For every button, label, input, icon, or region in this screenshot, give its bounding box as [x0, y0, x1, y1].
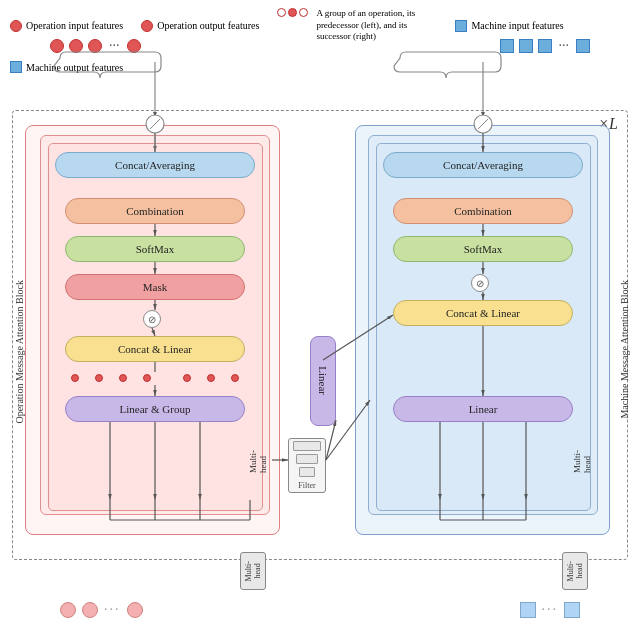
- right-block-label: Machine Message Attention Block: [619, 280, 630, 419]
- left-concat-averaging: Concat/Averaging: [55, 152, 255, 178]
- dot-blue-4: [576, 39, 590, 53]
- machine-output-icon: [10, 61, 22, 73]
- bot-dot-red-1: [60, 602, 76, 618]
- bottom-red-dots: ···: [60, 602, 143, 618]
- bottom-blue-squares: ···: [520, 602, 581, 618]
- filter-line-1: [293, 441, 321, 451]
- legend-machine-output: Machine output features: [10, 61, 123, 73]
- dot-blue-2: [519, 39, 533, 53]
- right-circle-slash: ⊘: [471, 274, 489, 292]
- filter-label: Filter: [298, 481, 315, 490]
- linear-vertical-box: Linear: [310, 336, 336, 426]
- diagram-container: Operation input features Operation outpu…: [0, 0, 640, 632]
- legend-op-input: Operation input features: [10, 20, 123, 32]
- right-concat-averaging: Concat/Averaging: [383, 152, 583, 178]
- bot-dot-red-3: [127, 602, 143, 618]
- bot-ellipsis-left: ···: [104, 602, 121, 618]
- left-linear-group: Linear & Group: [65, 396, 245, 422]
- op-input-icon: [10, 20, 22, 32]
- left-concat-linear: Concat & Linear: [65, 336, 245, 362]
- left-small-dots: [65, 374, 245, 382]
- right-multihead-label: Multi-head: [572, 450, 592, 473]
- dot-red-4: [127, 39, 141, 53]
- legend-op-output: Operation output features: [141, 20, 259, 32]
- top-features-row: ··· ···: [0, 38, 640, 54]
- left-combination: Combination: [65, 198, 245, 224]
- ellipsis-right: ···: [559, 38, 570, 54]
- sdot7: [231, 374, 239, 382]
- bot-dot-red-2: [82, 602, 98, 618]
- left-multihead-box: Multi-head: [240, 552, 266, 590]
- sdot3: [119, 374, 127, 382]
- legend-machine-input: Machine input features: [455, 20, 563, 32]
- left-softmax: SoftMax: [65, 236, 245, 262]
- sdot6: [207, 374, 215, 382]
- machine-input-label: Machine input features: [471, 20, 563, 31]
- dot-blue-1: [500, 39, 514, 53]
- left-multihead-label: Multi-head: [248, 450, 268, 473]
- right-multihead-box: Multi-head: [562, 552, 588, 590]
- left-block-label: Operation Message Attention Block: [14, 280, 25, 424]
- dot-red-2: [69, 39, 83, 53]
- dot-red-3: [88, 39, 102, 53]
- bot-ellipsis-right: ···: [542, 602, 559, 618]
- op-output-label: Operation output features: [157, 20, 259, 31]
- right-softmax: SoftMax: [393, 236, 573, 262]
- filter-line-2: [296, 454, 318, 464]
- left-multihead-text: Multi-head: [244, 561, 262, 581]
- filter-box: Filter: [288, 438, 326, 493]
- top-blue-squares: ···: [500, 38, 591, 54]
- filter-line-3: [299, 467, 315, 477]
- group-icon: [277, 8, 308, 17]
- bot-sq-2: [564, 602, 580, 618]
- op-input-label: Operation input features: [26, 20, 123, 31]
- dot-blue-3: [538, 39, 552, 53]
- op-output-icon: [141, 20, 153, 32]
- right-concat-linear: Concat & Linear: [393, 300, 573, 326]
- ellipsis-left: ···: [109, 38, 120, 54]
- sdot2: [95, 374, 103, 382]
- right-multihead-text: Multi-head: [566, 561, 584, 581]
- top-red-dots: ···: [50, 38, 141, 54]
- machine-input-icon: [455, 20, 467, 32]
- bot-sq-1: [520, 602, 536, 618]
- left-circle-slash: ⊘: [143, 310, 161, 328]
- right-combination: Combination: [393, 198, 573, 224]
- right-linear: Linear: [393, 396, 573, 422]
- left-mask: Mask: [65, 274, 245, 300]
- sdot1: [71, 374, 79, 382]
- machine-output-label: Machine output features: [26, 62, 123, 73]
- sdot5: [183, 374, 191, 382]
- sdot4: [143, 374, 151, 382]
- dot-red-1: [50, 39, 64, 53]
